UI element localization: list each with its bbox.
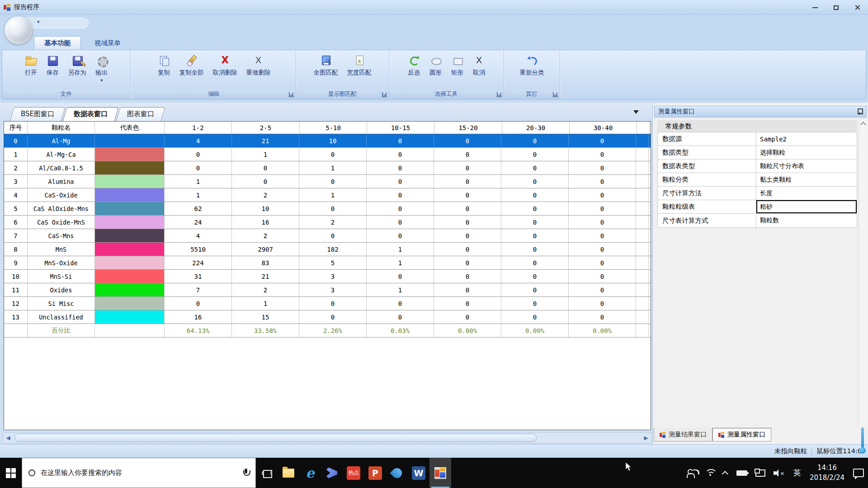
redo-delete-button[interactable]: 重做删除 xyxy=(242,53,275,79)
ribbon-tab-basic[interactable]: 基本功能 xyxy=(34,36,81,50)
battery-icon xyxy=(736,470,747,476)
language-indicator[interactable]: 英 xyxy=(789,458,805,488)
application-orb-button[interactable] xyxy=(5,16,33,44)
value-cell: 0 xyxy=(299,297,367,310)
table-row[interactable]: 6CaS Oxide-MnS241620000 xyxy=(4,216,651,229)
dialog-launcher-icon[interactable] xyxy=(382,92,387,97)
table-row[interactable]: 8MnS551029071821000 xyxy=(4,243,651,256)
display-button[interactable] xyxy=(751,458,769,488)
close-button[interactable] xyxy=(847,0,868,15)
property-value[interactable]: Sample2 xyxy=(756,132,857,145)
copy-all-button[interactable]: 复制全部 xyxy=(175,53,208,79)
microphone-icon[interactable] xyxy=(243,469,249,478)
table-header-row[interactable]: 序号颗粒名代表色1-22-55-1010-1515-2020-3030-40 xyxy=(4,122,651,134)
file-explorer-taskbar-button[interactable] xyxy=(278,458,299,488)
word-taskbar-button[interactable]: W xyxy=(408,458,429,488)
invert-select-button[interactable]: 反选 xyxy=(404,53,425,79)
people-button[interactable] xyxy=(683,458,701,488)
property-value[interactable]: 粗砂 xyxy=(756,200,857,213)
open-button[interactable]: 打开 xyxy=(20,53,41,79)
wifi-button[interactable] xyxy=(701,458,720,488)
scroll-right-icon[interactable]: ▶ xyxy=(641,433,651,443)
visual-studio-taskbar-button[interactable] xyxy=(321,458,343,488)
start-button[interactable] xyxy=(0,458,22,488)
table-row[interactable]: 9MnS-Oxide2248351000 xyxy=(4,256,651,270)
tab-bse-window[interactable]: BSE图窗口 xyxy=(12,107,63,121)
fit-full-button[interactable]: 全图匹配 xyxy=(310,53,342,79)
particle-data-table[interactable]: 序号颗粒名代表色1-22-55-1010-1515-2020-3030-400A… xyxy=(4,121,651,430)
table-row[interactable]: 3Alumina1000000 xyxy=(4,175,651,188)
value-cell: 0 xyxy=(501,202,569,215)
tab-data-table-window[interactable]: 数据表窗口 xyxy=(65,107,117,121)
copy-button[interactable]: 复制 xyxy=(154,53,175,79)
save-button[interactable]: 保存 xyxy=(42,53,63,79)
table-row[interactable]: 7CaS-Mns4200000 xyxy=(4,229,651,243)
taskbar-search-input[interactable]: 在这里输入你要搜索的内容 xyxy=(22,458,256,488)
scroll-up-icon[interactable] xyxy=(860,120,866,127)
edge-taskbar-button[interactable]: e xyxy=(299,458,321,488)
value-cell: 2 xyxy=(299,216,367,229)
rect-tool-button[interactable]: 矩形 xyxy=(447,53,468,79)
undo-delete-button[interactable]: 取消删除 xyxy=(209,53,241,79)
value-cell: 0 xyxy=(569,243,636,256)
table-row[interactable]: 5CaS AlOxide-Mns621000000 xyxy=(4,202,651,216)
table-row[interactable]: 2Al/Ca0.8-1.50010000 xyxy=(4,161,651,175)
tab-measure-properties-window[interactable]: 测量属性窗口 xyxy=(712,428,771,441)
table-row[interactable]: 13Unclassified161500000 xyxy=(4,310,651,324)
table-row[interactable]: 11Oxides7231000 xyxy=(4,283,651,297)
taskbar-clock[interactable]: 14:16 2018/2/24 xyxy=(805,463,849,483)
button-label: 保存 xyxy=(47,69,59,77)
action-center-button[interactable] xyxy=(849,458,868,488)
tab-measure-results-window[interactable]: 测量结果窗口 xyxy=(654,428,712,441)
value-cell: 0 xyxy=(501,270,569,283)
powerpoint-taskbar-button[interactable]: P xyxy=(364,458,386,488)
pen-app-taskbar-button[interactable] xyxy=(386,458,408,488)
table-row[interactable]: 1Al-Mg-Ca0100000 xyxy=(4,148,651,161)
property-value[interactable]: 长度 xyxy=(756,187,857,200)
save-as-button[interactable]: 另存为 xyxy=(64,53,90,79)
dialog-launcher-icon[interactable] xyxy=(289,92,294,97)
scroll-left-icon[interactable]: ◀ xyxy=(3,433,13,443)
table-row[interactable]: 12Si Misc0100000 xyxy=(4,297,651,310)
percent-row[interactable]: 百分比64.13%33.58%2.26%0.03%0.00%0.00%0.00% xyxy=(4,324,651,338)
minimize-button[interactable] xyxy=(804,0,826,15)
pin-icon[interactable] xyxy=(857,108,862,115)
cancel-select-button[interactable]: 取消 xyxy=(469,53,490,79)
tab-list-dropdown-icon[interactable] xyxy=(633,110,639,114)
table-row[interactable]: 0Al-Mg421100000 xyxy=(4,134,651,148)
task-view-button[interactable] xyxy=(256,458,278,488)
property-value[interactable]: 颗粒数 xyxy=(756,214,857,227)
property-value[interactable]: 选择颗粒 xyxy=(756,146,857,159)
dialog-launcher-icon[interactable] xyxy=(553,92,558,97)
battery-button[interactable] xyxy=(732,458,751,488)
value-cell: 5 xyxy=(299,256,367,269)
maximize-button[interactable] xyxy=(826,0,847,15)
row-index-cell: 1 xyxy=(4,148,28,161)
table-row[interactable]: 10MnS-Si312130000 xyxy=(4,270,651,283)
export-button[interactable]: 输出▾ xyxy=(91,53,112,84)
property-value[interactable]: 黏土类颗粒 xyxy=(756,173,857,186)
clipped-cell xyxy=(636,229,649,242)
hotspot-taskbar-button[interactable]: 热点 xyxy=(343,458,364,488)
particle-name-cell: CaS-Mns xyxy=(28,229,95,242)
circle-tool-button[interactable]: 圆形 xyxy=(425,53,446,79)
percent-value-cell: 33.58% xyxy=(232,324,299,337)
tray-expand-button[interactable] xyxy=(720,458,732,488)
dialog-launcher-icon[interactable] xyxy=(497,92,502,97)
property-value[interactable]: 颗粒尺寸分布表 xyxy=(756,160,857,173)
volume-button[interactable]: ✕ xyxy=(769,458,789,488)
scrollbar-thumb[interactable] xyxy=(14,434,537,442)
windows-logo-icon xyxy=(6,468,16,478)
panel-vertical-scrollbar[interactable] xyxy=(859,119,867,426)
tab-chart-window[interactable]: 图表窗口 xyxy=(118,107,163,121)
search-placeholder: 在这里输入你要搜索的内容 xyxy=(41,469,237,477)
ribbon-tab-view[interactable]: 视域菜单 xyxy=(85,36,131,50)
value-cell: 1 xyxy=(367,283,434,296)
qat-dropdown-icon[interactable]: ▾ xyxy=(37,19,40,25)
horizontal-scrollbar[interactable]: ◀ ▶ xyxy=(3,432,652,443)
fit-width-button[interactable]: 宽度匹配 xyxy=(343,53,376,79)
report-app-taskbar-button[interactable] xyxy=(429,458,451,488)
button-label: 重做删除 xyxy=(246,69,271,77)
table-row[interactable]: 4CaS-Oxide1210000 xyxy=(4,188,651,202)
reclassify-button[interactable]: 重新分类 xyxy=(516,53,548,79)
